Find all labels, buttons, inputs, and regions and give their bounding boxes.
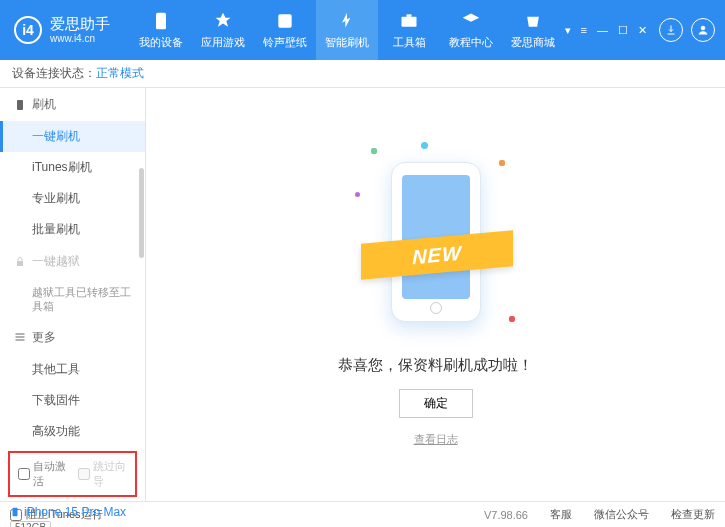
svg-rect-0: [156, 12, 166, 29]
svg-rect-8: [16, 337, 25, 338]
checkbox-auto-activate[interactable]: 自动激活: [18, 459, 68, 489]
checkbox-skip-guide[interactable]: 跳过向导: [78, 459, 128, 489]
view-log-link[interactable]: 查看日志: [414, 432, 458, 447]
status-prefix: 设备连接状态：: [12, 65, 96, 82]
footer-support[interactable]: 客服: [550, 507, 572, 522]
main-content: NEW 恭喜您，保资料刷机成功啦！ 确定 查看日志: [146, 88, 725, 501]
app-url: www.i4.cn: [50, 33, 110, 44]
device-name[interactable]: iPhone 15 Pro Max: [10, 505, 135, 519]
svg-rect-6: [17, 261, 23, 266]
nav-tutorials[interactable]: 教程中心: [440, 0, 502, 60]
sidebar-section-more[interactable]: 更多: [0, 321, 145, 354]
theme-icon[interactable]: ▾: [565, 24, 571, 37]
nav-ringtones[interactable]: 铃声壁纸: [254, 0, 316, 60]
status-bar: 设备连接状态： 正常模式: [0, 60, 725, 88]
device-info: iPhone 15 Pro Max 512GB iPhone: [0, 501, 145, 527]
version-label: V7.98.66: [484, 509, 528, 521]
svg-rect-2: [402, 16, 417, 26]
list-icon: [14, 331, 26, 343]
sidebar-item-download-fw[interactable]: 下载固件: [0, 385, 145, 416]
maximize-icon[interactable]: ☐: [618, 24, 628, 37]
menu-icon[interactable]: ≡: [581, 24, 587, 37]
minimize-icon[interactable]: —: [597, 24, 608, 37]
options-box: 自动激活 跳过向导: [8, 451, 137, 497]
nav-toolbox[interactable]: 工具箱: [378, 0, 440, 60]
sidebar-scrollbar[interactable]: [138, 88, 144, 501]
success-message: 恭喜您，保资料刷机成功啦！: [338, 356, 533, 375]
download-button[interactable]: [659, 18, 683, 42]
svg-rect-7: [16, 334, 25, 335]
sidebar: 刷机 一键刷机 iTunes刷机 专业刷机 批量刷机 一键越狱 越狱工具已转移至…: [0, 88, 146, 501]
sidebar-item-other-tools[interactable]: 其他工具: [0, 354, 145, 385]
lock-icon: [14, 256, 26, 268]
window-controls: ▾ ≡ — ☐ ✕: [565, 24, 651, 37]
device-storage: 512GB: [10, 521, 51, 527]
svg-rect-9: [16, 340, 25, 341]
close-icon[interactable]: ✕: [638, 24, 647, 37]
sidebar-section-flash[interactable]: 刷机: [0, 88, 145, 121]
footer-check-update[interactable]: 检查更新: [671, 507, 715, 522]
logo-icon: i4: [14, 16, 42, 44]
footer-wechat[interactable]: 微信公众号: [594, 507, 649, 522]
sidebar-item-oneclick-flash[interactable]: 一键刷机: [0, 121, 145, 152]
status-mode: 正常模式: [96, 65, 144, 82]
nav-smart-flash[interactable]: 智能刷机: [316, 0, 378, 60]
new-ribbon: NEW: [361, 230, 513, 279]
sidebar-jailbreak-note: 越狱工具已转移至工具箱: [0, 278, 145, 321]
ok-button[interactable]: 确定: [399, 389, 473, 418]
user-button[interactable]: [691, 18, 715, 42]
phone-icon: [10, 505, 20, 519]
sidebar-item-advanced[interactable]: 高级功能: [0, 416, 145, 447]
app-header: i4 爱思助手 www.i4.cn 我的设备 应用游戏 铃声壁纸 智能刷机 工具…: [0, 0, 725, 60]
sidebar-item-pro-flash[interactable]: 专业刷机: [0, 183, 145, 214]
svg-point-4: [701, 26, 705, 30]
sidebar-item-batch-flash[interactable]: 批量刷机: [0, 214, 145, 245]
logo: i4 爱思助手 www.i4.cn: [0, 16, 124, 44]
sidebar-item-itunes-flash[interactable]: iTunes刷机: [0, 152, 145, 183]
svg-rect-1: [278, 14, 291, 27]
nav-apps-games[interactable]: 应用游戏: [192, 0, 254, 60]
sidebar-section-jailbreak: 一键越狱: [0, 245, 145, 278]
svg-rect-3: [407, 14, 412, 17]
svg-rect-10: [13, 507, 18, 515]
success-illustration: NEW: [361, 142, 511, 342]
svg-rect-5: [17, 100, 23, 110]
nav-my-device[interactable]: 我的设备: [130, 0, 192, 60]
nav-store[interactable]: 爱思商城: [502, 0, 564, 60]
app-title: 爱思助手: [50, 16, 110, 33]
top-nav: 我的设备 应用游戏 铃声壁纸 智能刷机 工具箱 教程中心 爱思商城: [130, 0, 564, 60]
